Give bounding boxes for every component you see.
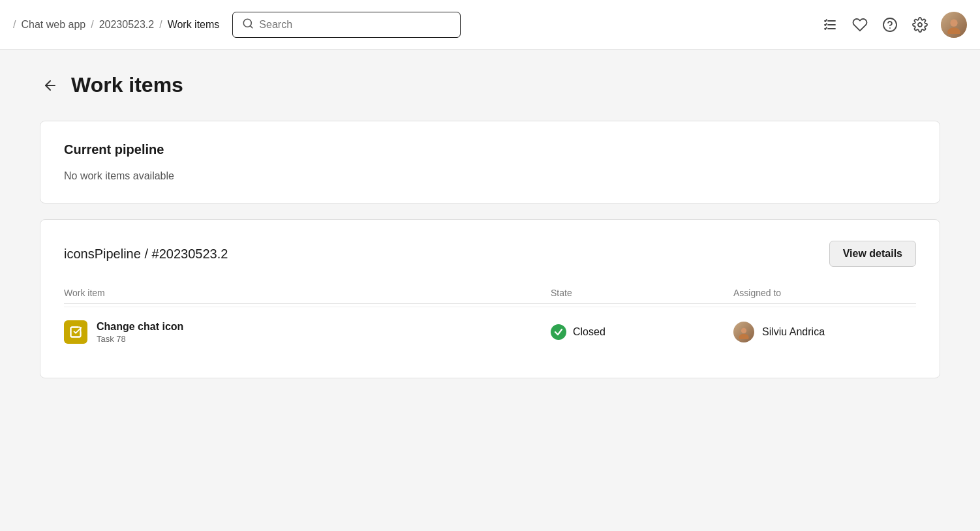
search-box[interactable] — [232, 12, 461, 38]
assignee-avatar — [733, 322, 754, 342]
icons-pipeline-card: iconsPipeline / #20230523.2 View details… — [40, 219, 940, 378]
col-work-item: Work item — [64, 288, 551, 298]
pipeline-name: iconsPipeline / #20230523.2 — [64, 247, 228, 262]
state-label: Closed — [573, 326, 605, 338]
work-item-info: Change chat icon Task 78 — [64, 320, 551, 344]
breadcrumb-chat-web-app[interactable]: Chat web app — [21, 19, 85, 31]
closed-icon — [551, 324, 566, 340]
no-items-message: No work items available — [64, 170, 916, 182]
main-content: Work items Current pipeline No work item… — [14, 50, 966, 417]
task-number: Task 78 — [97, 334, 183, 344]
view-details-button[interactable]: View details — [829, 241, 916, 267]
svg-point-7 — [918, 23, 922, 27]
icons-pipeline-header: iconsPipeline / #20230523.2 View details — [64, 241, 916, 267]
page-header: Work items — [40, 73, 940, 97]
page-title: Work items — [71, 73, 183, 97]
search-input[interactable] — [259, 19, 451, 31]
svg-point-8 — [950, 19, 957, 26]
svg-point-12 — [741, 328, 746, 333]
svg-point-9 — [947, 27, 960, 34]
avatar-image — [941, 12, 967, 38]
app-header: / Chat web app / 20230523.2 / Work items — [0, 0, 980, 50]
task-icon — [64, 320, 87, 344]
svg-point-5 — [883, 18, 896, 31]
svg-line-1 — [251, 25, 253, 27]
current-pipeline-card: Current pipeline No work items available — [40, 121, 940, 204]
search-icon — [242, 18, 254, 32]
breadcrumb-sep-0: / — [13, 19, 16, 31]
svg-rect-11 — [71, 327, 81, 337]
col-state: State — [551, 288, 733, 298]
breadcrumb: / Chat web app / 20230523.2 / Work items — [13, 19, 219, 31]
task-name: Change chat icon — [97, 321, 183, 333]
back-button[interactable] — [40, 75, 61, 96]
assignee-name: Silviu Andrica — [762, 326, 825, 338]
state-cell: Closed — [551, 324, 733, 340]
col-assigned-to: Assigned to — [733, 288, 916, 298]
user-avatar[interactable] — [941, 12, 967, 38]
svg-point-13 — [739, 334, 748, 339]
checklist-icon[interactable] — [821, 16, 839, 34]
table-header: Work item State Assigned to — [64, 282, 916, 304]
breadcrumb-sep-1: / — [91, 19, 93, 31]
current-pipeline-title: Current pipeline — [64, 142, 916, 157]
task-details: Change chat icon Task 78 — [97, 321, 183, 344]
help-icon[interactable] — [881, 16, 899, 34]
table-row[interactable]: Change chat icon Task 78 Closed — [64, 307, 916, 357]
breadcrumb-build-number[interactable]: 20230523.2 — [99, 19, 155, 31]
breadcrumb-sep-2: / — [159, 19, 162, 31]
header-actions — [821, 12, 967, 38]
breadcrumb-work-items[interactable]: Work items — [168, 19, 220, 31]
assignee-cell: Silviu Andrica — [733, 322, 916, 342]
badge-icon[interactable] — [851, 16, 869, 34]
settings-icon[interactable] — [911, 16, 929, 34]
